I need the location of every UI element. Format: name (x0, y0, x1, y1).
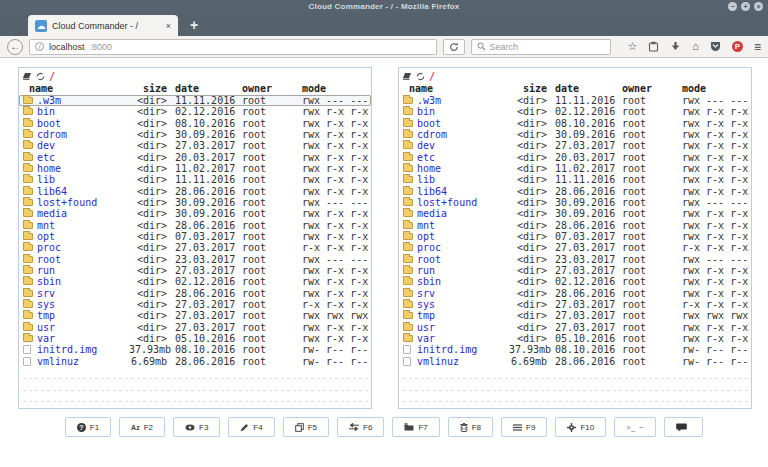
tab-cloud-commander[interactable]: ☁ Cloud Commander - / × (28, 15, 178, 36)
file-name-link[interactable]: root (37, 254, 61, 265)
file-name-link[interactable]: vmlinuz (37, 356, 79, 367)
new-folder-f7-button[interactable]: F7 (392, 417, 439, 437)
contact-button[interactable] (664, 417, 703, 437)
file-name-link[interactable]: initrd.img (37, 344, 97, 355)
column-owner[interactable]: owner (242, 83, 302, 94)
console-button[interactable]: >_ ~ (614, 417, 656, 437)
file-row[interactable]: tmp <dir> 27.03.2017 root rwx rwx rwx (19, 310, 371, 321)
file-name-link[interactable]: bin (417, 106, 435, 117)
file-name-link[interactable]: cdrom (37, 129, 67, 140)
file-row[interactable]: dev <dir> 27.03.2017 root rwx r-x r-x (19, 140, 371, 151)
pinterest-icon[interactable]: P (732, 41, 743, 52)
file-row[interactable]: vmlinuz 6.69mb 28.06.2016 root rw- r-- r… (399, 356, 751, 367)
file-name-link[interactable]: home (417, 163, 441, 174)
file-row[interactable]: .w3m <dir> 11.11.2016 root rwx --- --- (19, 95, 371, 106)
file-row[interactable]: bin <dir> 02.12.2016 root rwx r-x r-x (19, 106, 371, 117)
file-row[interactable]: var <dir> 05.10.2016 root rwx r-x r-x (19, 333, 371, 344)
file-row[interactable]: media <dir> 30.09.2016 root rwx r-x r-x (399, 208, 751, 219)
file-row[interactable]: boot <dir> 08.10.2016 root rwx r-x r-x (19, 118, 371, 129)
file-row[interactable]: var <dir> 05.10.2016 root rwx r-x r-x (399, 333, 751, 344)
file-row[interactable]: home <dir> 11.02.2017 root rwx r-x r-x (399, 163, 751, 174)
file-name-link[interactable]: run (417, 265, 435, 276)
refresh-icon[interactable] (416, 72, 425, 81)
file-row[interactable]: sys <dir> 27.03.2017 root r-x r-x r-x (399, 299, 751, 310)
file-row[interactable]: mnt <dir> 28.06.2016 root rwx r-x r-x (19, 220, 371, 231)
column-owner[interactable]: owner (622, 83, 682, 94)
home-icon[interactable]: ⌂ (692, 41, 699, 52)
column-name[interactable]: name (23, 83, 129, 94)
file-name-link[interactable]: usr (417, 322, 435, 333)
file-row[interactable]: sbin <dir> 02.12.2016 root rwx r-x r-x (399, 276, 751, 287)
file-row[interactable]: opt <dir> 07.03.2017 root rwx r-x r-x (19, 231, 371, 242)
file-name-link[interactable]: lost+found (417, 197, 477, 208)
file-row[interactable]: lib64 <dir> 28.06.2016 root rwx r-x r-x (19, 186, 371, 197)
delete-f8-button[interactable]: F8 (448, 417, 493, 437)
copy-path-icon[interactable] (402, 73, 412, 81)
help-f1-button[interactable]: ? F1 (65, 417, 111, 437)
downloads-icon[interactable] (670, 41, 681, 52)
file-name-link[interactable]: .w3m (37, 95, 61, 106)
column-mode[interactable]: mode (302, 83, 369, 94)
column-date[interactable]: date (547, 83, 622, 94)
file-row[interactable]: .w3m <dir> 11.11.2016 root rwx --- --- (399, 95, 751, 106)
file-name-link[interactable]: usr (37, 322, 55, 333)
hamburger-menu-icon[interactable]: ≡ (754, 40, 761, 54)
file-name-link[interactable]: var (37, 333, 55, 344)
file-name-link[interactable]: opt (417, 231, 435, 242)
file-row[interactable]: run <dir> 27.03.2017 root rwx r-x r-x (399, 265, 751, 276)
reload-button[interactable] (443, 39, 464, 55)
file-name-link[interactable]: media (417, 208, 447, 219)
file-row[interactable]: lost+found <dir> 30.09.2016 root rwx ---… (19, 197, 371, 208)
file-name-link[interactable]: media (37, 208, 67, 219)
file-name-link[interactable]: sbin (417, 276, 441, 287)
file-row[interactable]: cdrom <dir> 30.09.2016 root rwx r-x r-x (19, 129, 371, 140)
file-row[interactable]: home <dir> 11.02.2017 root rwx r-x r-x (19, 163, 371, 174)
file-row[interactable]: root <dir> 23.03.2017 root rwx --- --- (19, 254, 371, 265)
file-name-link[interactable]: mnt (417, 220, 435, 231)
close-icon[interactable]: × (754, 2, 763, 11)
file-row[interactable]: srv <dir> 28.06.2016 root rwx r-x r-x (399, 288, 751, 299)
column-mode[interactable]: mode (682, 83, 749, 94)
move-f6-button[interactable]: F6 (337, 417, 384, 437)
file-row[interactable]: proc <dir> 27.03.2017 root r-x r-x r-x (19, 242, 371, 253)
file-name-link[interactable]: sbin (37, 276, 61, 287)
file-row[interactable]: opt <dir> 07.03.2017 root rwx r-x r-x (399, 231, 751, 242)
file-row[interactable]: sbin <dir> 02.12.2016 root rwx r-x r-x (19, 276, 371, 287)
column-size[interactable]: size (509, 83, 547, 94)
file-name-link[interactable]: root (417, 254, 441, 265)
file-name-link[interactable]: sys (37, 299, 55, 310)
back-button[interactable]: ← (7, 39, 23, 55)
file-name-link[interactable]: lib (37, 174, 55, 185)
file-row[interactable]: boot <dir> 08.10.2016 root rwx r-x r-x (399, 118, 751, 129)
url-bar[interactable]: i localhost :8000 (29, 39, 437, 55)
file-name-link[interactable]: sys (417, 299, 435, 310)
file-name-link[interactable]: dev (37, 140, 55, 151)
file-row[interactable]: media <dir> 30.09.2016 root rwx r-x r-x (19, 208, 371, 219)
file-name-link[interactable]: proc (37, 242, 61, 253)
file-name-link[interactable]: lib (417, 174, 435, 185)
file-row[interactable]: usr <dir> 27.03.2017 root rwx r-x r-x (19, 322, 371, 333)
file-row[interactable]: etc <dir> 20.03.2017 root rwx r-x r-x (399, 152, 751, 163)
file-row[interactable]: lib <dir> 11.11.2016 root rwx r-x r-x (19, 174, 371, 185)
pocket-icon[interactable] (710, 41, 721, 52)
file-name-link[interactable]: opt (37, 231, 55, 242)
file-name-link[interactable]: srv (417, 288, 435, 299)
file-row[interactable]: cdrom <dir> 30.09.2016 root rwx r-x r-x (399, 129, 751, 140)
file-row[interactable]: proc <dir> 27.03.2017 root r-x r-x r-x (399, 242, 751, 253)
edit-f4-button[interactable]: F4 (228, 417, 274, 437)
file-name-link[interactable]: home (37, 163, 61, 174)
file-name-link[interactable]: .w3m (417, 95, 441, 106)
file-name-link[interactable]: etc (417, 152, 435, 163)
column-name[interactable]: name (403, 83, 509, 94)
file-row[interactable]: root <dir> 23.03.2017 root rwx --- --- (399, 254, 751, 265)
tab-close-icon[interactable]: × (166, 21, 171, 31)
file-name-link[interactable]: boot (417, 118, 441, 129)
file-name-link[interactable]: srv (37, 288, 55, 299)
bookmark-star-icon[interactable]: ☆ (627, 41, 637, 52)
rename-f2-button[interactable]: Az F2 (119, 417, 165, 437)
column-size[interactable]: size (129, 83, 167, 94)
file-row[interactable]: srv <dir> 28.06.2016 root rwx r-x r-x (19, 288, 371, 299)
file-row[interactable]: bin <dir> 02.12.2016 root rwx r-x r-x (399, 106, 751, 117)
file-name-link[interactable]: run (37, 265, 55, 276)
file-name-link[interactable]: etc (37, 152, 55, 163)
